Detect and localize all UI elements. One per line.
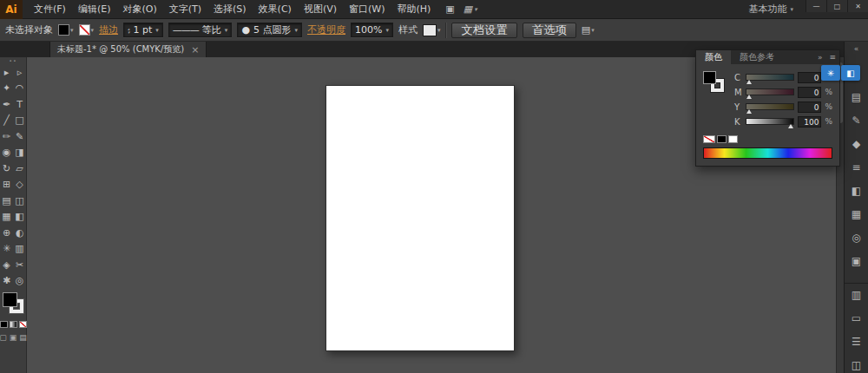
rotate-tool-icon[interactable]: ↻ — [0, 160, 13, 177]
slider-track[interactable] — [746, 103, 794, 110]
slider-knob[interactable] — [746, 95, 752, 99]
menu-item[interactable]: 帮助(H) — [391, 0, 437, 19]
swatches-panel-icon[interactable]: ▤ — [845, 85, 868, 108]
free-transform-tool-icon[interactable]: ◇ — [13, 177, 26, 193]
collapse-panel-icon[interactable]: » — [814, 50, 826, 64]
magic-wand-tool-icon[interactable]: ✦ — [0, 81, 13, 97]
black-swatch[interactable] — [717, 135, 727, 143]
minimize-button[interactable]: — — [806, 0, 826, 12]
color-spectrum-bar[interactable] — [703, 147, 832, 159]
bridge-icon[interactable]: ▣ — [445, 3, 454, 15]
shape-builder-tool-icon[interactable]: ▤ — [0, 193, 13, 209]
opacity-panel-link[interactable]: 不透明度 — [307, 23, 345, 36]
slider-track[interactable] — [746, 74, 794, 81]
slider-track[interactable] — [746, 118, 794, 125]
align-panel-icon[interactable]: ☰ — [845, 330, 868, 353]
width-tool-icon[interactable]: ⊞ — [0, 177, 13, 193]
stroke-panel-link[interactable]: 描边 — [99, 23, 118, 36]
paintbrush-tool-icon[interactable]: ✏ — [0, 128, 13, 145]
symbol-sprayer-tool-icon[interactable]: ✳ — [0, 241, 13, 258]
maximize-button[interactable]: □ — [826, 0, 847, 12]
slider-knob[interactable] — [746, 109, 752, 114]
artboard-tool-icon[interactable]: ◈ — [0, 257, 13, 273]
color-guide-dock-icon[interactable]: ✳ — [821, 65, 840, 81]
style-dropdown[interactable]: ▾ — [423, 24, 441, 36]
pencil-tool-icon[interactable]: ✎ — [13, 128, 26, 145]
mesh-tool-icon[interactable]: ▦ — [0, 209, 13, 226]
screen-mode-icon[interactable]: ▤ — [19, 333, 27, 342]
blob-brush-tool-icon[interactable]: ◉ — [0, 145, 13, 161]
width-profile-combo[interactable]: ——— 等比 ▾ — [168, 23, 233, 37]
none-swatch[interactable] — [703, 135, 715, 143]
menu-item[interactable]: 文字(T) — [163, 0, 207, 19]
opacity-combo[interactable]: 100% ▾ — [351, 23, 393, 37]
toolbar-fill-swatch[interactable] — [3, 292, 17, 307]
close-tab-icon[interactable]: × — [191, 44, 199, 56]
slider-value-input[interactable]: 0 — [798, 72, 821, 83]
stepper-down-icon[interactable]: ▾ — [128, 30, 130, 34]
none-button[interactable] — [19, 321, 27, 328]
preferences-button[interactable]: 首选项 — [523, 23, 576, 38]
panel-fill-swatch[interactable] — [703, 71, 716, 84]
slider-value-input[interactable]: 100 — [798, 116, 821, 128]
panel-fill-stroke-widget[interactable] — [703, 71, 727, 97]
panel-menu-icon[interactable]: ≡ — [825, 50, 839, 64]
hand-tool-icon[interactable]: ✱ — [0, 273, 13, 290]
stroke-width-stepper[interactable]: ▴ ▾ — [128, 27, 130, 34]
stroke-panel-icon[interactable]: ≡ — [845, 155, 868, 179]
transparency-panel-icon[interactable]: ▦ — [845, 202, 868, 226]
white-swatch[interactable] — [728, 135, 738, 143]
fill-swatch[interactable] — [58, 24, 69, 36]
scale-tool-icon[interactable]: ▱ — [13, 160, 26, 177]
slider-track[interactable] — [746, 88, 794, 95]
draw-behind-icon[interactable]: ▣ — [10, 333, 17, 342]
stroke-color-dropdown[interactable]: ▾ — [79, 24, 95, 36]
slider-value-input[interactable]: 0 — [798, 101, 821, 113]
brush-definition-combo[interactable]: ● 5 点圆形 ▾ — [237, 23, 302, 37]
document-setup-button[interactable]: 文档设置 — [451, 23, 516, 38]
blend-tool-icon[interactable]: ◐ — [13, 225, 26, 241]
style-swatch[interactable] — [423, 24, 437, 36]
arrange-documents-icon[interactable]: ▦ ▾ — [464, 3, 477, 15]
type-tool-icon[interactable]: T — [13, 96, 26, 113]
gradient-panel-icon[interactable]: ◧ — [845, 179, 868, 202]
graphic-styles-panel-icon[interactable]: ▣ — [845, 249, 868, 272]
symbols-panel-icon[interactable]: ◆ — [845, 132, 868, 155]
perspective-grid-tool-icon[interactable]: ◫ — [13, 193, 26, 209]
stroke-width-combo[interactable]: ▴ ▾ 1 pt ▾ — [123, 23, 163, 37]
tab-color-guide[interactable]: 颜色参考 — [731, 50, 783, 64]
menu-item[interactable]: 窗口(W) — [343, 0, 391, 19]
gradient-tool-icon[interactable]: ◧ — [13, 209, 26, 226]
rectangle-tool-icon[interactable]: □ — [13, 113, 26, 129]
layers-panel-icon[interactable]: ▥ — [845, 283, 868, 306]
control-bar-options[interactable]: ▤ ▾ — [582, 24, 595, 36]
slider-value-input[interactable]: 0 — [798, 87, 821, 98]
brushes-panel-icon[interactable]: ✎ — [845, 108, 868, 132]
gradient-button[interactable] — [10, 321, 17, 328]
line-tool-icon[interactable]: ╱ — [0, 113, 13, 129]
expand-panels-icon[interactable]: « — [854, 42, 859, 56]
stroke-width-value[interactable]: 1 pt — [134, 24, 153, 36]
menu-item[interactable]: 文件(F) — [28, 0, 72, 19]
fill-stroke-widget[interactable] — [0, 291, 27, 317]
slider-knob[interactable] — [788, 124, 793, 128]
pen-tool-icon[interactable]: ✒ — [0, 96, 13, 113]
zoom-tool-icon[interactable]: ◎ — [13, 273, 26, 290]
fill-color-dropdown[interactable]: ▾ — [58, 24, 74, 36]
eraser-tool-icon[interactable]: ◨ — [13, 145, 26, 161]
document-tab[interactable]: 未标题-1* @ 50% (CMYK/预览) × — [49, 42, 207, 57]
workspace-switcher[interactable]: 基本功能 ▾ — [748, 3, 793, 16]
color-panel-dock-icon[interactable]: ◧ — [841, 65, 860, 81]
opacity-value[interactable]: 100% — [355, 24, 382, 36]
artboards-panel-icon[interactable]: ▭ — [845, 306, 868, 330]
slider-knob[interactable] — [746, 80, 752, 84]
lasso-tool-icon[interactable]: ◠ — [13, 81, 26, 97]
menu-item[interactable]: 效果(C) — [253, 0, 298, 19]
menu-item[interactable]: 对象(O) — [116, 0, 162, 19]
stroke-swatch[interactable] — [79, 24, 90, 36]
pathfinder-panel-icon[interactable]: ◫ — [845, 353, 868, 373]
appearance-panel-icon[interactable]: ◎ — [845, 226, 868, 249]
eyedropper-tool-icon[interactable]: ⊕ — [0, 225, 13, 241]
menu-item[interactable]: 视图(V) — [298, 0, 343, 19]
direct-selection-tool-icon[interactable]: ▹ — [13, 64, 26, 81]
